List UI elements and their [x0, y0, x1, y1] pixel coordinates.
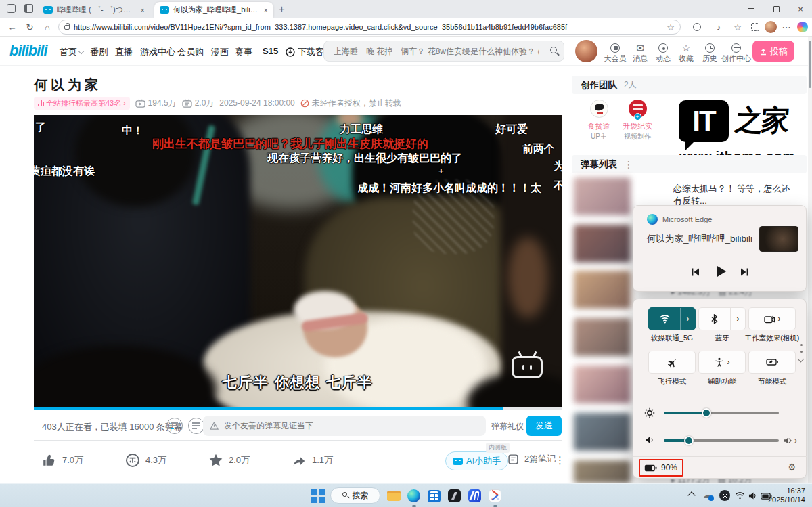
wifi-tile[interactable]: › [648, 307, 696, 330]
search-icon[interactable] [550, 47, 557, 53]
video-player[interactable]: 了 中！ 力工思维 好可爱 刚出生不都是皱巴巴的吧？我儿子刚出生皮肤就挺好的 现… [34, 115, 562, 410]
member-name[interactable]: 食贫道 [579, 121, 619, 131]
nav-manga[interactable]: 漫画 [211, 46, 229, 58]
nav-home[interactable]: 首页 [60, 46, 83, 58]
blurred-thumbnail[interactable] [574, 460, 631, 483]
energy-saver-tile[interactable] [748, 351, 796, 374]
like-button[interactable]: 7.0万 [42, 453, 83, 468]
brightness-slider-thumb[interactable] [702, 408, 711, 418]
brightness-slider[interactable] [664, 412, 779, 414]
blue-app-icon[interactable] [468, 489, 482, 503]
member-name[interactable]: 升袋纪实 [617, 121, 658, 131]
menu-feed[interactable]: 动态 [652, 42, 675, 64]
tab-close-icon[interactable]: × [141, 6, 145, 14]
search-input[interactable] [332, 46, 541, 57]
send-danmaku-button[interactable]: 发送 [526, 416, 562, 436]
home-icon[interactable]: ⌂ [41, 20, 54, 34]
more-tiles-chevron[interactable] [798, 356, 805, 363]
danmaku-input[interactable] [223, 420, 479, 431]
menu-favorites[interactable]: ☆收藏 [675, 42, 698, 64]
volume-slider-thumb[interactable] [684, 436, 694, 445]
search-box[interactable] [323, 41, 564, 62]
workspaces-icon[interactable] [7, 4, 16, 13]
danmaku-input-box[interactable] [203, 416, 486, 436]
play-button[interactable] [710, 261, 731, 282]
member-avatar[interactable] [590, 100, 608, 118]
tray-app-icon[interactable] [719, 490, 730, 501]
settings-gear-icon[interactable]: ⚙ [788, 462, 796, 472]
web-capture-icon[interactable] [748, 20, 762, 34]
follow-plus-icon[interactable]: + [634, 113, 641, 120]
team-member-editor[interactable]: + 升袋纪实 视频制作 [617, 100, 658, 141]
menu-history[interactable]: 历史 [698, 42, 721, 64]
onedrive-icon[interactable]: ☁ [702, 489, 712, 500]
nav-esports[interactable]: 赛事 [235, 46, 252, 58]
microsoft-store-icon[interactable] [428, 489, 442, 503]
next-track-button[interactable] [736, 264, 752, 280]
browser-essentials-icon[interactable] [690, 20, 704, 34]
nav-s15[interactable]: S15 [263, 46, 278, 56]
snipping-tool-icon[interactable] [489, 489, 503, 503]
danmaku-list-menu-icon[interactable]: ⋮ [624, 159, 633, 170]
blurred-thumbnail[interactable] [574, 318, 631, 356]
nav-game-center[interactable]: 游戏中心 [140, 46, 175, 58]
file-explorer-icon[interactable] [387, 489, 401, 503]
favorite-button[interactable]: 2.0万 [208, 453, 250, 468]
page-scrollbar[interactable] [808, 37, 812, 483]
more-actions-icon[interactable]: ⋮ [555, 454, 565, 466]
copilot-icon[interactable] [797, 22, 808, 32]
window-minimize-button[interactable] [739, 0, 762, 18]
volume-slider[interactable] [664, 439, 779, 442]
taskbar-search[interactable]: 搜索 [330, 487, 380, 504]
team-member-up[interactable]: 食贫道 UP主 [579, 100, 619, 141]
danmaku-toggle-icon[interactable] [166, 418, 183, 434]
edge-icon[interactable] [407, 489, 422, 503]
tab-close-icon[interactable]: × [264, 6, 268, 14]
accessibility-tile[interactable]: › [698, 351, 746, 374]
browser-menu-icon[interactable]: ⋯ [780, 20, 793, 34]
airplane-mode-tile[interactable] [648, 351, 696, 374]
danmaku-settings-icon[interactable] [188, 418, 204, 434]
bilibili-logo[interactable]: bilibili [9, 42, 47, 60]
tab-active[interactable]: 何以为家_哔哩哔哩_bilibili × [154, 2, 273, 18]
menu-creator-center[interactable]: 创作中心 [721, 42, 751, 64]
ai-assistant-button[interactable]: AI小助手 [445, 451, 508, 470]
bookmark-star-icon[interactable]: ☆ [667, 22, 675, 32]
menu-vip[interactable]: 大会员 [604, 42, 627, 64]
bluetooth-tile[interactable]: › [698, 307, 746, 330]
danmaku-etiquette-link[interactable]: 弹幕礼仪 › [491, 421, 528, 433]
new-tab-button[interactable]: + [279, 3, 285, 14]
vertical-tabs-icon[interactable] [24, 4, 33, 13]
nav-shop[interactable]: 会员购 [177, 46, 204, 58]
tray-expand-chevron[interactable] [687, 491, 695, 499]
tray-volume-icon[interactable] [748, 491, 758, 500]
recommended-video-title[interactable]: 恋综太抓马？！ 等等，怎么还 有反转... [673, 183, 790, 207]
coin-button[interactable]: 4.3万 [125, 453, 166, 468]
member-avatar[interactable]: + [629, 100, 647, 118]
wifi-expand-chevron[interactable]: › [680, 308, 695, 330]
menu-messages[interactable]: ✉消息 [629, 42, 652, 64]
previous-track-button[interactable] [687, 264, 704, 280]
player-progress-bar[interactable] [34, 407, 562, 410]
share-button[interactable]: 1.1万 [292, 453, 333, 468]
audio-output-selector[interactable]: › [784, 436, 797, 445]
dark-app-icon[interactable] [448, 489, 462, 503]
nav-anime[interactable]: 番剧 [90, 46, 108, 58]
tab-inactive[interactable]: 哔哩哔哩 ( ゜- ゜)つロ 干杯~ bilibi × [38, 2, 150, 18]
blurred-thumbnail[interactable] [574, 366, 631, 403]
tray-wifi-icon[interactable] [735, 491, 745, 500]
media-control-icon[interactable]: ♪ [712, 20, 725, 34]
studio-effects-tile[interactable]: › [748, 307, 796, 330]
refresh-icon[interactable]: ↻ [23, 20, 37, 34]
blurred-thumbnail[interactable] [574, 177, 631, 215]
favorites-icon[interactable]: ☆ [731, 20, 744, 34]
nav-live[interactable]: 直播 [115, 46, 133, 58]
taskbar-clock[interactable]: 16:37 2025/10/14 [768, 487, 805, 504]
blurred-thumbnail[interactable] [574, 225, 631, 263]
start-button[interactable] [311, 489, 325, 503]
notes-button[interactable]: 2篇笔记 [508, 453, 556, 465]
rank-badge[interactable]: 全站排行榜最高第43名› [34, 97, 130, 110]
window-maximize-button[interactable] [765, 0, 788, 18]
browser-profile-avatar[interactable] [765, 21, 777, 33]
scrollbar-thumb[interactable] [809, 41, 811, 88]
